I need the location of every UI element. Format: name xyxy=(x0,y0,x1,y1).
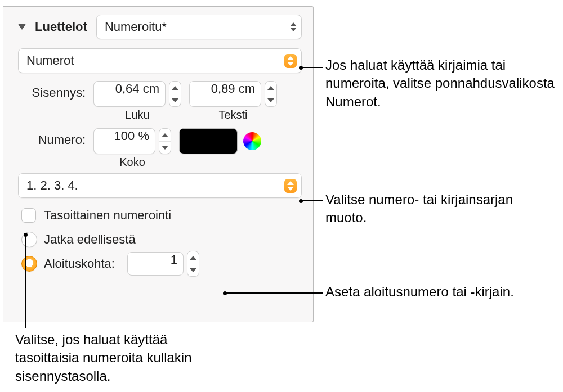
start-from-radio-row: Aloituskohta: 1 xyxy=(21,251,302,277)
callout-leader xyxy=(301,67,323,68)
chevron-down-icon xyxy=(169,94,181,106)
tiered-numbering-label: Tasoittainen numerointi xyxy=(44,208,171,223)
list-inspector-panel: Luettelot Numeroitu* Numerot Sisennys: 0… xyxy=(3,6,314,322)
chevron-up-icon xyxy=(159,129,171,141)
section-title: Luettelot xyxy=(35,20,87,34)
text-indent-caption: Teksti xyxy=(218,109,247,121)
number-format-value: 1. 2. 3. 4. xyxy=(26,178,78,193)
list-indent-stepper: 0,64 cm Luku xyxy=(93,81,181,121)
chevron-up-icon xyxy=(187,251,199,264)
disclosure-triangle-icon[interactable] xyxy=(18,24,26,30)
start-from-label: Aloituskohta: xyxy=(44,256,115,271)
callout-text: Valitse, jos haluat käyttää tasoittaisia… xyxy=(15,331,224,385)
chevron-up-icon xyxy=(169,82,181,94)
callout-leader xyxy=(25,235,26,328)
number-size-input[interactable]: 100 % xyxy=(93,128,155,154)
start-from-radio[interactable] xyxy=(21,256,37,272)
start-from-input[interactable]: 1 xyxy=(127,252,184,276)
chevron-down-icon xyxy=(159,141,171,154)
number-size-stepper: 100 % Koko xyxy=(93,128,171,169)
list-style-select[interactable]: Numeroitu* xyxy=(96,15,302,39)
start-from-stepper-buttons[interactable] xyxy=(187,251,199,277)
section-header-row: Luettelot Numeroitu* xyxy=(18,15,302,39)
indent-label: Sisennys: xyxy=(18,81,86,100)
color-wheel-icon[interactable] xyxy=(243,132,261,150)
callout-leader xyxy=(301,200,323,201)
callout-text: Jos haluat käyttää kirjaimia tai numeroi… xyxy=(325,56,556,111)
list-style-value: Numeroitu* xyxy=(105,20,167,34)
callout-leader xyxy=(225,292,323,294)
number-format-select[interactable]: 1. 2. 3. 4. xyxy=(18,173,302,198)
number-color-well[interactable] xyxy=(179,128,238,154)
continue-label: Jatka edellisestä xyxy=(44,232,136,247)
chevron-down-icon xyxy=(265,94,276,106)
number-type-value: Numerot xyxy=(26,53,74,68)
list-indent-caption: Luku xyxy=(125,109,149,121)
tiered-numbering-row: Tasoittainen numerointi xyxy=(21,208,302,223)
continue-radio-row: Jatka edellisestä xyxy=(21,232,302,247)
select-arrows-icon xyxy=(284,54,297,68)
chevron-up-icon xyxy=(265,82,276,94)
number-row: Numero: 100 % Koko xyxy=(18,128,302,169)
number-size-stepper-buttons[interactable] xyxy=(159,128,171,154)
list-indent-input[interactable]: 0,64 cm xyxy=(93,81,166,107)
chevron-down-icon xyxy=(187,264,199,276)
number-size-caption: Koko xyxy=(119,156,145,169)
select-arrows-icon xyxy=(284,179,297,193)
number-type-select[interactable]: Numerot xyxy=(18,48,302,73)
text-indent-stepper-buttons[interactable] xyxy=(265,81,277,107)
select-arrows-icon xyxy=(290,22,297,31)
callout-text: Valitse numero- tai kirjainsarjan muoto. xyxy=(325,191,551,227)
list-indent-stepper-buttons[interactable] xyxy=(169,81,181,107)
tiered-numbering-checkbox[interactable] xyxy=(21,208,36,223)
text-indent-stepper: 0,89 cm Teksti xyxy=(189,81,277,121)
text-indent-input[interactable]: 0,89 cm xyxy=(189,81,261,107)
number-label: Numero: xyxy=(18,128,86,147)
indent-row: Sisennys: 0,64 cm Luku 0,89 cm Teksti xyxy=(18,81,302,121)
callout-text: Aseta aloitusnumero tai -kirjain. xyxy=(325,283,551,301)
